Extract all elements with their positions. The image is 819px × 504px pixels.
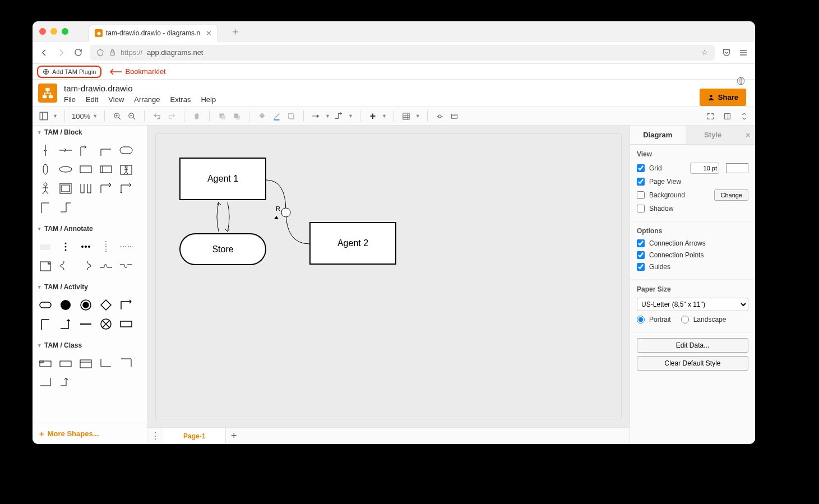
- shape-item[interactable]: [37, 374, 54, 390]
- shape-item[interactable]: [98, 355, 114, 371]
- shape-item[interactable]: [77, 258, 94, 274]
- shape-item[interactable]: [57, 161, 74, 177]
- shape-item[interactable]: [37, 258, 54, 274]
- view-mode-button[interactable]: [38, 110, 49, 122]
- fullscreen-icon[interactable]: [705, 110, 716, 122]
- conn-arrows-checkbox[interactable]: [637, 239, 645, 247]
- paper-size-select[interactable]: US-Letter (8,5" x 11"): [637, 298, 748, 311]
- bookmark-star-icon[interactable]: ☆: [701, 48, 708, 57]
- change-background-button[interactable]: Change: [714, 189, 748, 201]
- insert-button[interactable]: +: [367, 110, 378, 122]
- tab-diagram[interactable]: Diagram: [630, 126, 686, 144]
- add-tam-plugin-bookmarklet[interactable]: Add TAM Plugin: [37, 66, 101, 78]
- back-button[interactable]: [39, 48, 49, 58]
- pageview-checkbox[interactable]: [637, 178, 645, 186]
- shape-item[interactable]: [98, 258, 114, 274]
- shape-item[interactable]: [77, 181, 94, 196]
- shape-item[interactable]: [98, 316, 114, 332]
- waypoint-button[interactable]: [334, 110, 345, 122]
- shape-item[interactable]: [57, 355, 74, 371]
- guides-checkbox[interactable]: [637, 263, 645, 271]
- connector-agent1-store[interactable]: [212, 200, 234, 234]
- app-menu-icon[interactable]: [738, 48, 748, 58]
- close-tab-icon[interactable]: ✕: [206, 29, 212, 38]
- sidebar-group-activity[interactable]: TAM / Activity: [33, 280, 147, 294]
- zoom-window-button[interactable]: [62, 28, 68, 35]
- shape-item[interactable]: [118, 258, 135, 274]
- menu-view[interactable]: View: [108, 95, 124, 104]
- diagram-node-agent2[interactable]: Agent 2: [309, 222, 396, 265]
- redo-button[interactable]: [166, 110, 177, 122]
- new-tab-button[interactable]: ＋: [230, 25, 240, 38]
- page-tab-1[interactable]: Page-1: [163, 428, 226, 444]
- shape-item[interactable]: [57, 297, 74, 313]
- shape-item[interactable]: [118, 181, 135, 196]
- menu-help[interactable]: Help: [201, 95, 216, 104]
- shape-item[interactable]: [118, 316, 135, 332]
- close-window-button[interactable]: [39, 28, 46, 35]
- shape-item[interactable]: [37, 239, 54, 255]
- landscape-radio[interactable]: [681, 316, 689, 323]
- to-front-button[interactable]: [216, 110, 228, 122]
- menu-file[interactable]: File: [64, 95, 76, 104]
- grid-checkbox[interactable]: [637, 164, 645, 172]
- shape-item[interactable]: [77, 161, 94, 177]
- zoom-out-button[interactable]: [126, 110, 137, 122]
- format-panel-icon[interactable]: [721, 110, 733, 122]
- shape-item[interactable]: [37, 200, 54, 215]
- shape-item[interactable]: [118, 355, 135, 371]
- shape-item[interactable]: [98, 142, 114, 158]
- shape-item[interactable]: [77, 239, 94, 255]
- fill-color-button[interactable]: [256, 110, 267, 122]
- shape-item[interactable]: [37, 181, 54, 196]
- shape-item[interactable]: [118, 142, 135, 158]
- shape-item[interactable]: [37, 316, 54, 332]
- background-checkbox[interactable]: [637, 191, 645, 199]
- shadow-checkbox[interactable]: [637, 205, 645, 212]
- shape-item[interactable]: [37, 355, 54, 371]
- shape-item[interactable]: [57, 239, 74, 255]
- minimize-window-button[interactable]: [50, 28, 57, 35]
- share-button[interactable]: Share: [700, 89, 746, 106]
- browser-tab[interactable]: ◆ tam-drawio.drawio - diagrams.n ✕: [89, 25, 218, 41]
- shape-item[interactable]: [57, 200, 74, 215]
- zoom-in-button[interactable]: [112, 110, 123, 122]
- connector-agent1-agent2[interactable]: R: [266, 178, 311, 245]
- language-icon[interactable]: [736, 76, 746, 86]
- collapse-all-icon[interactable]: [738, 110, 749, 122]
- diagram-node-agent1[interactable]: Agent 1: [179, 158, 266, 200]
- more-shapes-button[interactable]: +More Shapes...: [33, 423, 147, 444]
- zoom-selector[interactable]: 100%▼: [72, 112, 98, 121]
- shape-item[interactable]: [98, 297, 114, 313]
- shadow-button[interactable]: [285, 110, 297, 122]
- shape-item[interactable]: [37, 161, 54, 177]
- shape-item[interactable]: [37, 142, 54, 158]
- delete-button[interactable]: [191, 110, 202, 122]
- shape-item[interactable]: [77, 142, 94, 158]
- grid-size-input[interactable]: [690, 163, 719, 174]
- grid-color-swatch[interactable]: [726, 163, 748, 173]
- shape-item[interactable]: [98, 181, 114, 196]
- undo-button[interactable]: [151, 110, 163, 122]
- menu-arrange[interactable]: Arrange: [134, 95, 160, 104]
- connection-button[interactable]: [311, 110, 322, 122]
- shape-item[interactable]: [77, 355, 94, 371]
- menu-extras[interactable]: Extras: [170, 95, 191, 104]
- shape-item[interactable]: [37, 297, 54, 313]
- expand-icon[interactable]: [434, 110, 446, 122]
- tab-style[interactable]: Style: [686, 126, 741, 144]
- shape-item[interactable]: [118, 161, 135, 177]
- pocket-icon[interactable]: [721, 48, 732, 58]
- shape-item[interactable]: [118, 239, 135, 255]
- table-button[interactable]: [401, 110, 412, 122]
- forward-button[interactable]: [56, 48, 66, 58]
- shape-item[interactable]: [98, 161, 114, 177]
- document-title[interactable]: tam-drawio.drawio: [64, 84, 216, 93]
- sidebar-group-annotate[interactable]: TAM / Annotate: [33, 222, 147, 235]
- menu-edit[interactable]: Edit: [86, 95, 98, 104]
- portrait-radio[interactable]: [637, 316, 645, 323]
- sidebar-group-block[interactable]: TAM / Block: [33, 126, 147, 139]
- canvas[interactable]: Agent 1 Agent 2 Store R: [155, 133, 622, 419]
- conn-points-checkbox[interactable]: [637, 251, 645, 259]
- shape-item[interactable]: [57, 181, 74, 196]
